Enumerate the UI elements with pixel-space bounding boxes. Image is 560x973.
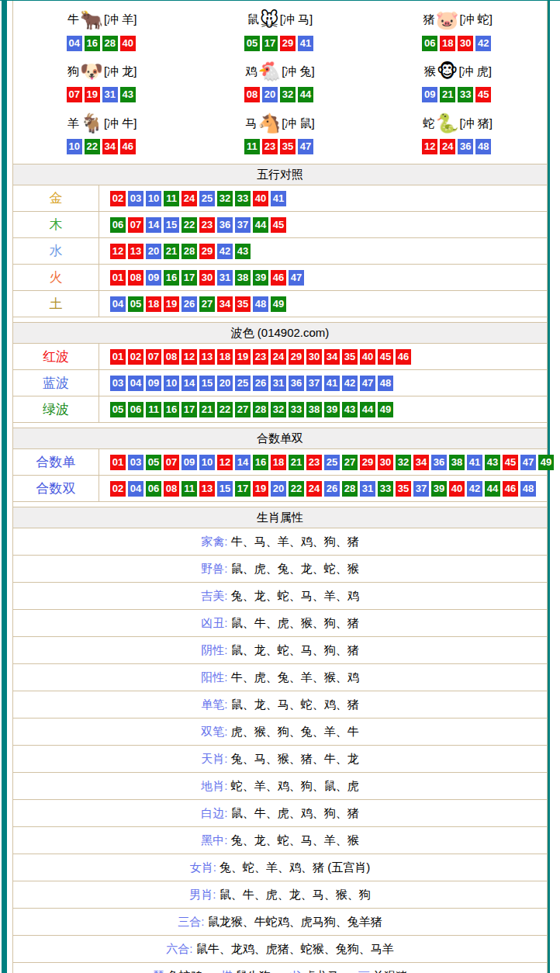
number-ball: 47 <box>298 139 313 154</box>
attribute-value: 兔、马、猴、猪、牛、龙 <box>228 752 359 767</box>
number-ball: 46 <box>503 481 518 497</box>
number-ball: 05 <box>110 402 126 417</box>
number-ball: 06 <box>146 481 161 497</box>
number-ball: 33 <box>235 191 251 206</box>
wave-label: 绿波 <box>13 396 99 422</box>
number-ball: 13 <box>199 349 215 365</box>
number-ball: 44 <box>485 481 500 497</box>
attribute-value: 鼠、牛、虎、猴、狗、猪 <box>228 616 359 631</box>
attribute-label: 天肖: <box>201 752 227 767</box>
number-ball: 30 <box>306 349 322 365</box>
number-ball: 38 <box>235 270 251 286</box>
number-ball: 45 <box>503 455 518 470</box>
number-ball: 02 <box>110 481 126 497</box>
zodiac-animal-label: 马 <box>245 116 257 131</box>
zodiac-clash-label: [冲 龙] <box>104 64 137 79</box>
number-ball: 31 <box>102 87 118 102</box>
number-ball: 48 <box>378 376 393 391</box>
attribute-value: 虎、猴、狗、兔、羊、牛 <box>228 725 359 739</box>
number-ball: 49 <box>378 402 393 417</box>
number-ball: 41 <box>324 376 340 391</box>
number-ball: 28 <box>342 481 358 497</box>
attribute-label: 白边: <box>201 806 227 821</box>
attribute-value: 牛、虎、兔、羊、猴、鸡 <box>228 670 359 685</box>
number-ball: 06 <box>110 217 126 233</box>
zodiac-numbers: 09213345 <box>422 87 493 102</box>
number-ball: 39 <box>253 270 268 286</box>
zodiac-clash-label: [冲 猪] <box>460 116 493 131</box>
zodiac-animal-label: 猪 <box>423 12 435 27</box>
zodiac-name-line: 牛🐂[冲 羊] <box>67 9 137 32</box>
element-label: 水 <box>13 238 99 264</box>
attribute-value: 鼠龙猴、牛蛇鸡、虎马狗、兔羊猪 <box>205 915 382 930</box>
number-ball: 42 <box>217 244 233 259</box>
zodiac-name-line: 猴🐵[冲 虎] <box>424 60 492 83</box>
zodiac-animal-label: 鸡 <box>245 64 257 79</box>
table-row: 水1213202128294243 <box>13 238 547 265</box>
number-ball: 22 <box>85 139 100 154</box>
number-ball: 28 <box>253 402 268 417</box>
number-ball: 13 <box>199 481 215 497</box>
number-ball: 24 <box>181 191 197 206</box>
table-row: 红波0102070812131819232429303435404546 <box>13 344 547 370</box>
zodiac-reference-page: 牛🐂[冲 羊]04162840鼠🐭[冲 马]05172941猪🐷[冲 蛇]061… <box>0 0 560 973</box>
number-ball: 24 <box>306 481 322 497</box>
number-ball: 10 <box>164 376 179 391</box>
left-teal-border <box>2 1 7 973</box>
number-ball: 01 <box>110 349 126 365</box>
attribute-row: 天肖: 兔、马、猴、猪、牛、龙 <box>13 746 547 773</box>
number-list: 04051819262734354849 <box>99 291 289 317</box>
number-ball: 24 <box>440 139 455 154</box>
attribute-value: 牛、马、羊、鸡、狗、猪 <box>228 535 359 549</box>
number-ball: 05 <box>146 455 161 470</box>
number-ball: 06 <box>422 36 437 51</box>
number-ball: 17 <box>181 270 197 286</box>
number-ball: 23 <box>262 139 278 154</box>
number-ball: 46 <box>271 270 286 286</box>
number-ball: 27 <box>199 296 215 312</box>
number-ball: 09 <box>181 455 197 470</box>
attribute-row: 黑中: 兔、龙、蛇、马、羊、猴 <box>13 827 547 854</box>
attribute-segment: 书:虎龙马 <box>289 969 339 973</box>
number-ball: 48 <box>520 481 536 497</box>
number-ball: 10 <box>199 455 215 470</box>
number-ball: 19 <box>164 296 179 312</box>
attribute-value: 兔蛇鸡 <box>168 969 202 973</box>
number-ball: 18 <box>217 349 233 365</box>
number-ball: 45 <box>475 87 491 102</box>
zodiac-clash-label: [冲 蛇] <box>460 12 493 27</box>
number-ball: 40 <box>449 481 465 497</box>
number-ball: 17 <box>262 36 278 51</box>
number-ball: 19 <box>85 87 100 102</box>
number-ball: 09 <box>146 270 161 286</box>
attribute-value: 蛇、羊、鸡、狗、鼠、虎 <box>228 779 359 794</box>
number-ball: 43 <box>485 455 500 470</box>
attribute-value: 鼠、龙、蛇、马、狗、猪 <box>228 643 359 658</box>
attribute-value: 兔、龙、蛇、马、羊、鸡 <box>228 589 359 604</box>
attribute-label: 吉美: <box>201 589 227 604</box>
attribute-row: 家禽: 牛、马、羊、鸡、狗、猪 <box>13 528 547 556</box>
number-ball: 23 <box>199 217 215 233</box>
table-row: 合数单0103050709101214161821232527293032343… <box>13 449 547 476</box>
number-ball: 16 <box>85 36 100 51</box>
attribute-label: 地肖: <box>201 779 227 794</box>
zodiac-cell: 蛇🐍[冲 猪]12243648 <box>369 107 547 159</box>
number-ball: 04 <box>67 36 82 51</box>
dog-icon: 🐶 <box>80 62 103 81</box>
number-ball: 34 <box>102 139 118 154</box>
number-ball: 40 <box>360 349 375 365</box>
attribute-label: 六合: <box>166 942 192 957</box>
number-ball: 34 <box>413 455 429 470</box>
number-ball: 17 <box>235 481 251 497</box>
zodiac-name-line: 羊🐐[冲 牛] <box>67 112 137 135</box>
zodiac-cell: 羊🐐[冲 牛]10223446 <box>13 107 191 159</box>
number-ball: 18 <box>440 36 455 51</box>
number-ball: 39 <box>324 402 340 417</box>
number-ball: 27 <box>342 455 358 470</box>
number-ball: 12 <box>181 349 197 365</box>
number-ball: 44 <box>298 87 313 102</box>
number-ball: 47 <box>520 455 536 470</box>
number-ball: 07 <box>67 87 82 102</box>
attribute-row: 男肖: 鼠、牛、虎、龙、马、猴、狗 <box>13 881 547 909</box>
number-ball: 36 <box>289 376 304 391</box>
